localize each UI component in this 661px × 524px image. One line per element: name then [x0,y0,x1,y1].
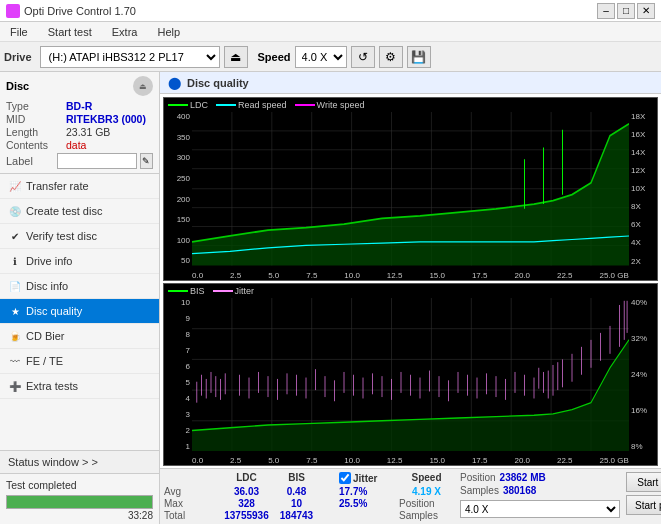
svg-marker-35 [192,339,629,451]
minimize-button[interactable]: – [597,3,615,19]
mid-label: MID [6,113,66,125]
contents-label: Contents [6,139,66,151]
window-controls: – □ ✕ [597,3,655,19]
maximize-button[interactable]: □ [617,3,635,19]
disc-quality-header-icon: ⬤ [168,76,181,90]
label-edit-button[interactable]: ✎ [140,153,153,169]
sidebar-item-verify-test-disc[interactable]: ✔ Verify test disc [0,224,159,249]
ldc-legend-color [168,104,188,106]
menu-bar: File Start test Extra Help [0,22,661,42]
menu-file[interactable]: File [4,24,34,40]
sidebar-item-disc-info[interactable]: 📄 Disc info [0,274,159,299]
stats-header-bis: BIS [274,472,319,484]
sidebar-item-extra-tests[interactable]: ➕ Extra tests [0,374,159,399]
label-label: Label [6,155,54,167]
disc-title: Disc [6,80,29,92]
nav-label-transfer-rate: Transfer rate [26,180,89,192]
max-ldc: 328 [219,498,274,509]
nav-label-drive-info: Drive info [26,255,72,267]
menu-help[interactable]: Help [151,24,186,40]
ldc-legend-label: LDC [190,100,208,110]
nav-label-disc-info: Disc info [26,280,68,292]
read-speed-legend-color [216,104,236,106]
y-axis-left-bottom: 10 9 8 7 6 5 4 3 2 1 [164,298,192,452]
title-bar: Opti Drive Control 1.70 – □ ✕ [0,0,661,22]
avg-bis: 0.48 [274,486,319,497]
type-label: Type [6,100,66,112]
content-area: ⬤ Disc quality LDC Read speed Write spee… [160,72,661,524]
samples-label2: Samples [460,485,499,496]
settings-button[interactable]: ⚙ [379,46,403,68]
max-jitter: 25.5% [339,498,399,509]
write-speed-legend-label: Write speed [317,100,365,110]
position-label: Position [399,498,435,509]
transfer-rate-icon: 📈 [8,179,22,193]
sidebar-item-fe-te[interactable]: 〰 FE / TE [0,349,159,374]
nav-label-verify-test-disc: Verify test disc [26,230,97,242]
label-input[interactable] [57,153,137,169]
speed-select-stats[interactable]: 4.0 X [460,500,620,518]
action-buttons: Start full Start part [626,472,661,515]
drive-toolbar: Drive (H:) ATAPI iHBS312 2 PL17 ⏏ Speed … [0,42,661,72]
right-stats: Position 23862 MB Samples 380168 4.0 X [460,472,620,518]
y-axis-right-bottom: 40% 32% 24% 16% 8% [629,298,657,452]
progress-time: 33:28 [128,510,153,521]
y-axis-left-top: 400 350 300 250 200 150 100 50 [164,112,192,266]
type-value: BD-R [66,100,92,112]
x-axis-top: 0.0 2.5 5.0 7.5 10.0 12.5 15.0 17.5 20.0… [192,271,629,280]
menu-extra[interactable]: Extra [106,24,144,40]
stats-header-speed: Speed [399,472,454,484]
progress-section: Test completed [0,473,159,495]
samples-value: 380168 [503,485,536,496]
close-button[interactable]: ✕ [637,3,655,19]
stats-area: LDC BIS Jitter Speed Avg 36.03 0.48 17.7… [160,468,661,524]
fe-te-icon: 〰 [8,354,22,368]
nav-label-cd-bier: CD Bier [26,330,65,342]
sidebar-item-cd-bier[interactable]: 🍺 CD Bier [0,324,159,349]
jitter-legend-color [213,290,233,292]
sidebar-item-transfer-rate[interactable]: 📈 Transfer rate [0,174,159,199]
nav-label-extra-tests: Extra tests [26,380,78,392]
chart-top-svg [192,112,629,266]
disc-info-icon: 📄 [8,279,22,293]
sidebar-item-disc-quality[interactable]: ★ Disc quality [0,299,159,324]
disc-quality-header: ⬤ Disc quality [160,72,661,94]
nav-label-fe-te: FE / TE [26,355,63,367]
drive-label: Drive [4,51,32,63]
contents-value: data [66,139,86,151]
nav-label-create-test-disc: Create test disc [26,205,102,217]
total-bis: 184743 [274,510,319,521]
nav-label-disc-quality: Disc quality [26,305,82,317]
start-full-button[interactable]: Start full [626,472,661,492]
status-window-label: Status window > > [8,456,98,468]
position-label2: Position [460,472,496,483]
save-button[interactable]: 💾 [407,46,431,68]
stats-table: LDC BIS Jitter Speed Avg 36.03 0.48 17.7… [164,472,454,521]
refresh-button[interactable]: ↺ [351,46,375,68]
y-axis-right-top: 18X 16X 14X 12X 10X 8X 6X 4X 2X [629,112,657,266]
status-window-button[interactable]: Status window > > [0,450,159,473]
drive-select[interactable]: (H:) ATAPI iHBS312 2 PL17 [40,46,220,68]
sidebar-item-drive-info[interactable]: ℹ Drive info [0,249,159,274]
eject-button[interactable]: ⏏ [224,46,248,68]
verify-test-disc-icon: ✔ [8,229,22,243]
start-part-button[interactable]: Start part [626,495,661,515]
progress-bar-fill [7,496,152,508]
speed-select[interactable]: 4.0 X [295,46,347,68]
sidebar-item-create-test-disc[interactable]: 💿 Create test disc [0,199,159,224]
progress-label: Test completed [6,479,77,491]
bis-legend-label: BIS [190,286,205,296]
nav-items: 📈 Transfer rate 💿 Create test disc ✔ Ver… [0,174,159,450]
jitter-checkbox[interactable] [339,472,351,484]
sidebar: Disc ⏏ Type BD-R MID RITEKBR3 (000) Leng… [0,72,160,524]
stats-header-jitter: Jitter [353,473,377,484]
max-bis: 10 [274,498,319,509]
samples-label: Samples [399,510,438,521]
max-label: Max [164,498,219,509]
stats-header-ldc: LDC [219,472,274,484]
menu-start-test[interactable]: Start test [42,24,98,40]
avg-ldc: 36.03 [219,486,274,497]
chart-bottom-legend: BIS Jitter [168,286,254,296]
disc-panel: Disc ⏏ Type BD-R MID RITEKBR3 (000) Leng… [0,72,159,174]
disc-eject-icon[interactable]: ⏏ [133,76,153,96]
